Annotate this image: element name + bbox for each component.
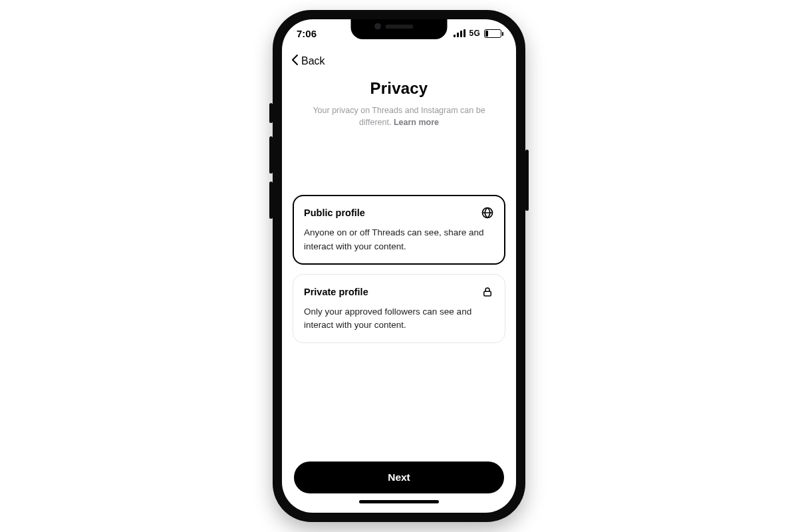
network-label: 5G <box>469 29 480 38</box>
learn-more-link[interactable]: Learn more <box>394 118 439 127</box>
globe-icon <box>481 206 494 219</box>
notch <box>351 19 448 39</box>
option-public-profile[interactable]: Public profile Anyone on or off Threads … <box>293 195 505 265</box>
volume-down-button <box>269 182 273 219</box>
speaker <box>385 25 413 29</box>
back-label: Back <box>301 55 325 67</box>
footer: Next <box>282 462 516 503</box>
battery-level <box>485 31 488 37</box>
mute-switch <box>269 103 273 123</box>
page-header: Privacy Your privacy on Threads and Inst… <box>282 75 516 128</box>
cellular-signal-icon <box>454 29 466 37</box>
chevron-left-icon <box>291 54 299 68</box>
home-indicator[interactable] <box>359 500 439 503</box>
page-subtitle: Your privacy on Threads and Instagram ca… <box>298 104 500 128</box>
option-desc: Anyone on or off Threads can see, share … <box>304 226 494 253</box>
lock-icon <box>481 285 494 299</box>
privacy-options: Public profile Anyone on or off Threads … <box>282 128 516 343</box>
page-title: Privacy <box>298 79 500 98</box>
nav-bar: Back <box>282 47 516 75</box>
side-button <box>525 150 529 211</box>
svg-rect-1 <box>484 291 491 296</box>
back-button[interactable]: Back <box>291 54 325 68</box>
device-frame: 7:06 5G Back Privacy Your priv <box>273 10 525 522</box>
status-time: 7:06 <box>297 28 317 39</box>
front-camera <box>375 23 381 29</box>
option-title: Public profile <box>304 207 365 218</box>
option-private-profile[interactable]: Private profile Only your approved follo… <box>293 274 505 344</box>
next-button[interactable]: Next <box>294 462 504 493</box>
volume-up-button <box>269 136 273 174</box>
battery-icon <box>484 29 501 38</box>
option-desc: Only your approved followers can see and… <box>304 305 494 332</box>
option-title: Private profile <box>304 287 368 297</box>
status-right: 5G <box>454 29 501 38</box>
screen: 7:06 5G Back Privacy Your priv <box>282 19 516 513</box>
